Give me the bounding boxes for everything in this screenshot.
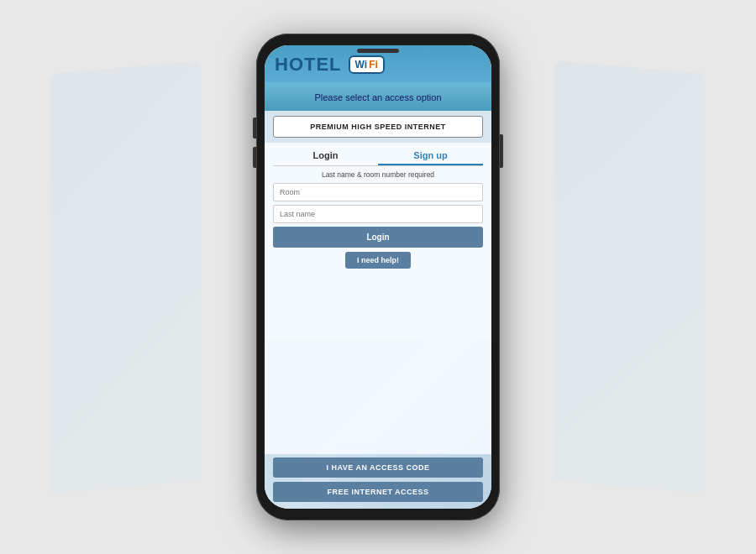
- screen-main: HOTEL Wi Fi Please select an access opti…: [265, 45, 491, 509]
- volume-down-button: [253, 147, 256, 168]
- hotel-logo-text: HOTEL: [275, 54, 342, 76]
- select-option-bar: Please select an access option: [265, 82, 491, 111]
- login-area: Login Sign up Last name & room number re…: [265, 143, 491, 454]
- lastname-input[interactable]: [273, 205, 483, 223]
- login-button[interactable]: Login: [273, 227, 483, 248]
- select-option-text: Please select an access option: [314, 92, 441, 102]
- wifi-badge: Wi Fi: [349, 55, 385, 74]
- phone-screen: HOTEL Wi Fi Please select an access opti…: [265, 45, 491, 509]
- help-button[interactable]: I need help!: [345, 252, 411, 269]
- wifi-wi-text: Wi: [355, 59, 368, 71]
- screen-content: HOTEL Wi Fi Please select an access opti…: [265, 45, 491, 509]
- tab-login[interactable]: Login: [273, 147, 378, 165]
- access-code-button[interactable]: I HAVE AN ACCESS CODE: [273, 457, 483, 478]
- wifi-fi-text: Fi: [369, 59, 378, 71]
- premium-button[interactable]: PREMIUM HIGH SPEED INTERNET: [273, 116, 483, 138]
- free-internet-button[interactable]: FREE INTERNET ACCESS: [273, 482, 483, 502]
- phone-speaker: [357, 49, 399, 53]
- phone-device: HOTEL Wi Fi Please select an access opti…: [256, 34, 500, 520]
- power-button: [500, 134, 503, 168]
- login-subtitle: Last name & room number required: [273, 170, 483, 179]
- volume-up-button: [253, 118, 256, 138]
- premium-section: PREMIUM HIGH SPEED INTERNET: [265, 111, 491, 143]
- login-tabs: Login Sign up: [273, 143, 483, 166]
- room-input[interactable]: [273, 183, 483, 201]
- bottom-buttons: I HAVE AN ACCESS CODE FREE INTERNET ACCE…: [265, 454, 491, 509]
- tab-signup[interactable]: Sign up: [378, 147, 483, 165]
